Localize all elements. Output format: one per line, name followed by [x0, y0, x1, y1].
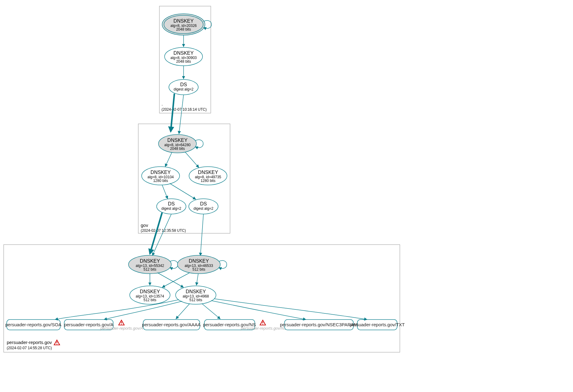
- edge-zsk2-ns: [202, 304, 220, 319]
- warn-a-text: persuader-reports.gov/A: [100, 326, 143, 331]
- node-z3-ksk1[interactable]: DNSKEY alg=13, id=55342 512 bits: [128, 255, 171, 274]
- svg-text:DNSKEY: DNSKEY: [189, 258, 209, 264]
- edge-z3-ksk2-zsk1: [162, 273, 190, 287]
- rr-soa[interactable]: persuader-reports.gov/SOA: [5, 320, 61, 330]
- node-z3-ksk2[interactable]: DNSKEY alg=13, id=46533 512 bits: [177, 255, 220, 274]
- rr-nsec3param[interactable]: persuader-reports.gov/NSEC3PARAM: [280, 320, 358, 330]
- edge-zsk2-nsec: [211, 301, 306, 320]
- node-root-ksk[interactable]: DNSKEY alg=8, id=20326 2048 bits: [162, 14, 205, 35]
- node-gov-zsk2[interactable]: DNSKEY alg=8, id=49735 1280 bits: [189, 167, 227, 185]
- node-z3-zsk1[interactable]: DNSKEY alg=13, id=13574 512 bits: [130, 286, 170, 304]
- edge-z3-ksk2-zsk2: [196, 274, 198, 285]
- rr-txt[interactable]: persuader-reports.gov/TXT: [350, 320, 405, 330]
- svg-text:512 bits: 512 bits: [189, 298, 202, 302]
- svg-text:DS: DS: [180, 82, 187, 87]
- edge-root-ds-to-gov-ksk: [179, 95, 184, 134]
- svg-text:persuader-reports.gov/AAAA: persuader-reports.gov/AAAA: [142, 322, 201, 327]
- svg-text:digest alg=2: digest alg=2: [173, 87, 193, 91]
- node-gov-ksk[interactable]: DNSKEY alg=8, id=64280 2048 bits: [158, 135, 196, 153]
- svg-text:1280 bits: 1280 bits: [153, 179, 168, 183]
- svg-text:digest alg=2: digest alg=2: [193, 206, 213, 211]
- zone3-timestamp: (2024-02-07 14:55:28 UTC): [7, 346, 52, 350]
- zone3-label: persuader-reports.gov: [7, 340, 52, 345]
- svg-text:512 bits: 512 bits: [143, 298, 156, 302]
- warning-icon: [119, 320, 124, 325]
- svg-text:DNSKEY: DNSKEY: [151, 170, 171, 175]
- node-root-ds[interactable]: DS digest alg=2: [169, 80, 198, 95]
- svg-text:2048 bits: 2048 bits: [170, 146, 185, 151]
- edge-gov-ds2-ksk2: [200, 214, 203, 256]
- svg-text:DNSKEY: DNSKEY: [198, 170, 218, 175]
- svg-text:DNSKEY: DNSKEY: [173, 18, 194, 24]
- svg-text:512 bits: 512 bits: [192, 267, 205, 272]
- node-gov-ds2[interactable]: DS digest alg=2: [189, 199, 218, 214]
- svg-rect-30: [57, 342, 57, 343]
- edge-z3-ksk1-zsk2: [158, 273, 184, 287]
- svg-text:1280 bits: 1280 bits: [201, 179, 216, 183]
- node-root-zsk[interactable]: DNSKEY alg=8, id=30903 2048 bits: [165, 47, 203, 66]
- warning-icon: [54, 340, 60, 345]
- node-gov-ds1[interactable]: DS digest alg=2: [157, 199, 186, 214]
- svg-text:persuader-reports.gov/SOA: persuader-reports.gov/SOA: [5, 322, 61, 327]
- svg-text:DS: DS: [200, 201, 207, 206]
- svg-text:persuader-reports.gov/NSEC3PAR: persuader-reports.gov/NSEC3PARAM: [280, 322, 358, 327]
- svg-text:digest alg=2: digest alg=2: [161, 206, 181, 211]
- svg-text:2048 bits: 2048 bits: [176, 27, 191, 31]
- svg-rect-31: [57, 344, 57, 344]
- edge-zsk2-aaaa: [176, 304, 190, 319]
- rr-aaaa[interactable]: persuader-reports.gov/AAAA: [142, 320, 201, 330]
- svg-text:DNSKEY: DNSKEY: [186, 289, 206, 294]
- svg-text:persuader-reports.gov/TXT: persuader-reports.gov/TXT: [350, 322, 405, 327]
- svg-text:DNSKEY: DNSKEY: [140, 258, 160, 264]
- zone-gov-label: gov: [141, 223, 148, 228]
- edge-root-to-gov-bold: [171, 94, 174, 131]
- svg-text:2048 bits: 2048 bits: [176, 59, 191, 64]
- svg-rect-52: [121, 322, 122, 323]
- zone-root-timestamp: (2024-02-07 10:16:14 UTC): [162, 107, 207, 112]
- svg-text:512 bits: 512 bits: [143, 267, 156, 272]
- zone-root-label: .: [162, 101, 163, 106]
- edge-gov-zsk1-ds2: [170, 183, 196, 199]
- edge-gov-ksk-zsk2: [185, 152, 199, 168]
- svg-text:DNSKEY: DNSKEY: [173, 50, 194, 56]
- svg-rect-58: [262, 322, 263, 323]
- svg-rect-53: [121, 324, 122, 324]
- edge-gov-ksk-zsk1: [165, 152, 172, 167]
- warning-icon: [260, 320, 266, 325]
- node-gov-zsk1[interactable]: DNSKEY alg=8, id=10104 1280 bits: [142, 167, 180, 185]
- svg-text:DNSKEY: DNSKEY: [140, 289, 160, 294]
- svg-text:DNSKEY: DNSKEY: [167, 138, 188, 143]
- edge-gov-zsk1-ds1: [162, 185, 168, 199]
- svg-rect-59: [262, 324, 263, 324]
- svg-text:DS: DS: [168, 201, 175, 206]
